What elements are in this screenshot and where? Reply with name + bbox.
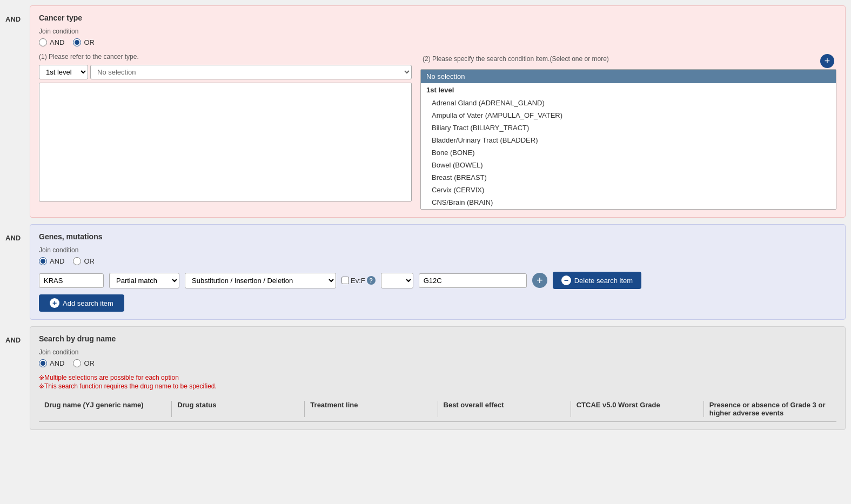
drug-section-row: AND Search by drug name Join condition A… <box>0 326 851 430</box>
cancer-no-selection-item[interactable]: No selection <box>421 70 836 83</box>
add-search-item-row: + Add search item <box>39 294 836 312</box>
cancer-right-instruction: (2) Please specify the search condition … <box>423 55 609 63</box>
cancer-value-select[interactable]: No selection <box>90 65 412 79</box>
delete-btn-label: Delete search item <box>574 277 633 285</box>
cancer-group-1st-level: 1st level <box>421 83 836 97</box>
cancer-and-label: AND <box>5 5 30 23</box>
gene-name-input[interactable] <box>39 273 104 288</box>
drug-col-name: Drug name (YJ generic name) <box>39 401 172 417</box>
genes-or-label-text: OR <box>84 257 95 265</box>
cancer-join-label: Join condition <box>39 28 836 35</box>
drug-radio-or[interactable]: OR <box>73 359 95 367</box>
drug-notes: ※Multiple selections are possible for ea… <box>39 374 836 390</box>
cancer-and-radio[interactable] <box>39 38 47 46</box>
drug-note-2: ※This search function requires the drug … <box>39 382 836 390</box>
cancer-section-box: Cancer type Join condition AND OR <box>30 5 846 218</box>
cancer-dropdown-box[interactable]: No selection 1st level Adrenal Gland (AD… <box>420 69 836 210</box>
genes-search-row: Partial match Exact match Substitution /… <box>39 272 836 289</box>
minus-icon: − <box>561 275 571 285</box>
evf-checkbox-group: Ev:F ? <box>341 276 376 285</box>
cancer-radio-and[interactable]: AND <box>39 38 64 46</box>
cancer-item-bladder[interactable]: Bladder/Urinary Tract (BLADDER) <box>421 134 836 146</box>
genes-radio-and[interactable]: AND <box>39 257 64 265</box>
mutation-value-input[interactable] <box>419 273 527 288</box>
genes-or-radio[interactable] <box>73 257 81 265</box>
cancer-add-button[interactable]: + <box>820 54 834 68</box>
drug-title: Search by drug name <box>39 334 836 343</box>
cancer-item-esophagus[interactable]: Esophagus/Stomach (STOMACH) <box>421 209 836 210</box>
page-wrapper: AND Cancer type Join condition AND OR <box>0 0 851 504</box>
genes-and-label: AND <box>5 224 30 242</box>
cancer-or-label-text: OR <box>84 38 95 46</box>
match-type-select[interactable]: Partial match Exact match <box>109 273 179 288</box>
cancer-item-breast[interactable]: Breast (BREAST) <box>421 171 836 184</box>
cancer-level-select-row: 1st level 2nd level 3rd level No selecti… <box>39 65 412 79</box>
delete-search-item-button[interactable]: − Delete search item <box>553 272 641 289</box>
drug-join-condition: Join condition AND OR <box>39 348 836 367</box>
drug-or-label-text: OR <box>84 359 95 367</box>
genes-and-radio[interactable] <box>39 257 47 265</box>
drug-radio-group: AND OR <box>39 359 836 367</box>
add-search-btn-label: Add search item <box>63 299 113 307</box>
cancer-title: Cancer type <box>39 14 836 22</box>
drug-table-header: Drug name (YJ generic name) Drug status … <box>39 397 836 422</box>
genes-radio-group: AND OR <box>39 257 836 265</box>
comparison-select[interactable]: >= <= = <box>381 273 413 288</box>
genes-join-condition: Join condition AND OR <box>39 246 836 265</box>
cancer-and-label-text: AND <box>50 38 64 46</box>
genes-and-label-text: AND <box>50 257 64 265</box>
drug-and-label: AND <box>5 326 30 344</box>
drug-and-radio[interactable] <box>39 359 47 367</box>
cancer-list-box <box>39 83 412 201</box>
drug-join-label: Join condition <box>39 348 836 356</box>
genes-title: Genes, mutations <box>39 232 836 241</box>
evf-checkbox[interactable] <box>341 277 349 284</box>
cancer-dropdown-header: (2) Please specify the search condition … <box>420 53 836 69</box>
drug-col-adverse: Presence or absence of Grade 3 or higher… <box>704 401 836 417</box>
drug-col-treatment: Treatment line <box>305 401 438 417</box>
add-mutation-row-button[interactable]: + <box>532 273 547 288</box>
drug-col-effect: Best overall effect <box>438 401 571 417</box>
cancer-item-ampulla[interactable]: Ampulla of Vater (AMPULLA_OF_VATER) <box>421 109 836 122</box>
drug-col-ctcae: CTCAE v5.0 Worst Grade <box>571 401 704 417</box>
evf-label: Ev:F <box>351 277 365 285</box>
cancer-left-panel: (1) Please refer to the cancer type. 1st… <box>39 53 412 210</box>
mutation-type-select[interactable]: Substitution / Insertion / Deletion Copy… <box>185 273 336 288</box>
cancer-radio-group: AND OR <box>39 38 836 46</box>
cancer-content: (1) Please refer to the cancer type. 1st… <box>39 53 836 210</box>
plus-icon: + <box>50 298 59 308</box>
cancer-item-cervix[interactable]: Cervix (CERVIX) <box>421 184 836 196</box>
help-icon[interactable]: ? <box>367 276 376 285</box>
genes-radio-or[interactable]: OR <box>73 257 95 265</box>
cancer-item-cns[interactable]: CNS/Brain (BRAIN) <box>421 196 836 209</box>
cancer-item-biliary[interactable]: Biliary Tract (BILIARY_TRACT) <box>421 122 836 134</box>
cancer-left-instruction: (1) Please refer to the cancer type. <box>39 53 412 61</box>
drug-radio-and[interactable]: AND <box>39 359 64 367</box>
drug-section-box: Search by drug name Join condition AND O… <box>30 326 846 430</box>
genes-section-row: AND Genes, mutations Join condition AND … <box>0 224 851 320</box>
drug-col-status: Drug status <box>172 401 305 417</box>
cancer-item-bone[interactable]: Bone (BONE) <box>421 146 836 159</box>
drug-or-radio[interactable] <box>73 359 81 367</box>
drug-note-1: ※Multiple selections are possible for ea… <box>39 374 836 381</box>
cancer-radio-or[interactable]: OR <box>73 38 95 46</box>
cancer-right-panel: (2) Please specify the search condition … <box>420 53 836 210</box>
drug-and-label-text: AND <box>50 359 64 367</box>
cancer-item-bowel[interactable]: Bowel (BOWEL) <box>421 159 836 171</box>
cancer-or-radio[interactable] <box>73 38 81 46</box>
cancer-level-select[interactable]: 1st level 2nd level 3rd level <box>39 65 88 79</box>
cancer-section-row: AND Cancer type Join condition AND OR <box>0 5 851 218</box>
cancer-join-condition: Join condition AND OR <box>39 28 836 46</box>
genes-join-label: Join condition <box>39 246 836 254</box>
add-search-item-button[interactable]: + Add search item <box>39 294 124 312</box>
cancer-item-adrenal[interactable]: Adrenal Gland (ADRENAL_GLAND) <box>421 97 836 109</box>
genes-section-box: Genes, mutations Join condition AND OR <box>30 224 846 320</box>
